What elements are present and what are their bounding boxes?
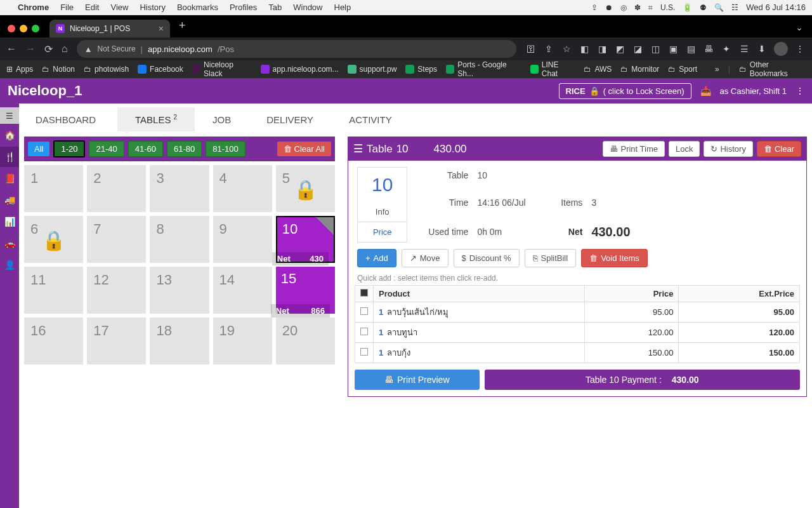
table-cell[interactable]: 18 (150, 318, 209, 364)
share-icon[interactable]: ⇪ (543, 43, 554, 55)
bookmark-item[interactable]: 🗀Mornitor (620, 65, 659, 74)
status-icon[interactable]: ⏺ (605, 3, 613, 12)
filter-range[interactable]: 61-80 (167, 141, 202, 157)
sidebar-book-icon[interactable]: 📕 (0, 168, 19, 189)
ext-icon[interactable]: ◪ (632, 43, 643, 55)
bookmark-item[interactable]: 🗀AWS (584, 65, 612, 74)
print-icon[interactable]: 🖶 (703, 43, 714, 55)
select-all-checkbox[interactable] (360, 289, 368, 297)
home-icon[interactable]: ⌂ (62, 43, 68, 55)
bookmark-item[interactable]: Steps (405, 65, 437, 74)
table-cell[interactable]: 2 (87, 165, 146, 212)
battery-icon[interactable]: 🔋 (683, 3, 692, 12)
mac-app-name[interactable]: Chrome (18, 3, 49, 12)
address-bar[interactable]: ▲ Not Secure | app.niceloop.com/Pos (77, 40, 516, 58)
ext-icon[interactable]: ◧ (579, 43, 590, 55)
lock-button[interactable]: Lock (669, 141, 700, 157)
sidebar-car-icon[interactable]: 🚗 (0, 233, 19, 253)
star-icon[interactable]: ☆ (561, 43, 572, 55)
header-menu-icon[interactable]: ⋮ (796, 86, 804, 96)
bookmark-item[interactable]: 🗀photowish (84, 65, 129, 74)
inbox-icon[interactable]: 📥 (700, 86, 711, 96)
input-source[interactable]: U.S. (660, 3, 675, 12)
hamburger-icon[interactable]: ☰ (353, 142, 363, 156)
mac-menu-window[interactable]: Window (293, 3, 322, 12)
control-center-icon[interactable]: ☷ (731, 3, 738, 12)
tab-activity[interactable]: ACTIVITY (331, 108, 410, 131)
tab-close-icon[interactable]: × (159, 23, 164, 34)
new-tab-button[interactable]: + (175, 17, 190, 37)
status-icon[interactable]: ✽ (634, 3, 641, 12)
status-icon[interactable]: ⌗ (648, 3, 653, 12)
ext-icon[interactable]: ▤ (685, 43, 697, 55)
row-checkbox[interactable] (360, 307, 368, 315)
window-zoom-icon[interactable] (32, 25, 39, 32)
table-cell[interactable]: 7 (87, 216, 146, 263)
mac-menu-help[interactable]: Help (334, 3, 351, 12)
print-time-button[interactable]: 🖶Print Time (603, 141, 665, 157)
item-row[interactable]: 1ลาบทูน่า120.00120.00 (355, 323, 800, 343)
discount-button[interactable]: $Discount % (454, 249, 520, 267)
reload-icon[interactable]: ⟳ (44, 43, 53, 55)
tab-tables[interactable]: TABLES2 (117, 107, 195, 131)
add-button[interactable]: +Add (357, 249, 396, 267)
sidebar-delivery-icon[interactable]: 🚚 (0, 190, 19, 210)
clock[interactable]: Wed 6 Jul 14:16 (746, 3, 806, 12)
browser-tab[interactable]: N Niceloop_1 | POS × (49, 20, 170, 37)
payment-button[interactable]: Table 10 Payment : 430.00 (485, 370, 800, 390)
sidebar-report-icon[interactable]: 📊 (0, 211, 19, 232)
bookmark-item[interactable]: 🗀Sport (668, 65, 697, 74)
status-icon[interactable]: ◎ (620, 3, 627, 12)
filter-all[interactable]: All (28, 142, 49, 156)
table-cell[interactable]: 20 (276, 318, 335, 364)
table-cell[interactable]: 19 (213, 318, 272, 364)
table-cell[interactable]: 3 (150, 165, 209, 212)
ext-icon[interactable]: ▣ (667, 43, 679, 55)
mac-menu-tab[interactable]: Tab (268, 3, 282, 12)
filter-range[interactable]: 41-60 (128, 141, 163, 157)
tab-info[interactable]: Info (357, 202, 407, 222)
table-cell[interactable]: 14 (213, 267, 272, 314)
mac-menu-history[interactable]: History (140, 3, 165, 12)
tab-price[interactable]: Price (357, 222, 407, 243)
back-icon[interactable]: ← (6, 43, 16, 55)
ext-icon[interactable]: ◩ (614, 43, 625, 55)
bookmark-item[interactable]: support.pw (348, 65, 397, 74)
menu-toggle-icon[interactable]: ☰ (0, 107, 19, 124)
other-bookmarks[interactable]: 🗀Other Bookmarks (739, 60, 806, 78)
row-checkbox[interactable] (360, 348, 368, 356)
sidebar-pos-icon[interactable]: 🍴 (0, 147, 19, 167)
item-row[interactable]: 1ลาบวุ้นเส้นไก่/หมู95.0095.00 (355, 302, 800, 323)
filter-range[interactable]: 81-100 (206, 141, 245, 157)
mac-menu-bookmarks[interactable]: Bookmarks (177, 3, 218, 12)
void-items-button[interactable]: 🗑Void Items (581, 249, 648, 267)
profile-avatar[interactable] (774, 42, 788, 56)
move-button[interactable]: ↗Move (402, 249, 449, 267)
mac-menu-edit[interactable]: Edit (85, 3, 99, 12)
extensions-icon[interactable]: ✦ (721, 43, 732, 55)
tab-job[interactable]: JOB (195, 108, 249, 131)
bookmark-item[interactable]: LINE Chat (530, 60, 575, 78)
table-cell[interactable]: 15Net866 (276, 267, 335, 314)
table-cell[interactable]: 8 (150, 216, 209, 263)
clear-all-button[interactable]: 🗑Clear All (277, 142, 331, 156)
table-cell[interactable]: 11 (24, 267, 83, 314)
bookmark-overflow[interactable]: » (715, 65, 719, 74)
item-row[interactable]: 1ลาบกุ้ง150.00150.00 (355, 343, 800, 363)
sidebar-home-icon[interactable]: 🏠 (0, 125, 19, 145)
tab-delivery[interactable]: DELIVERY (249, 108, 331, 131)
table-cell[interactable]: 10Net430 (276, 216, 335, 263)
table-cell[interactable]: 6🔒 (24, 216, 83, 263)
clear-button[interactable]: 🗑Clear (757, 141, 801, 157)
reading-list-icon[interactable]: ☰ (738, 43, 750, 55)
status-icon[interactable]: ⇪ (591, 3, 598, 12)
bookmark-item[interactable]: app.niceloop.com... (261, 65, 339, 74)
downloads-icon[interactable]: ⬇ (756, 43, 768, 55)
ext-icon[interactable]: ◨ (596, 43, 608, 55)
wifi-icon[interactable]: ⚉ (700, 3, 707, 12)
split-bill-button[interactable]: ⎘SplitBill (525, 249, 577, 267)
history-button[interactable]: ↻History (704, 141, 752, 157)
print-preview-button[interactable]: 🖶Print Preview (355, 370, 480, 390)
window-minimize-icon[interactable] (20, 25, 27, 32)
ext-icon[interactable]: ◫ (650, 43, 661, 55)
